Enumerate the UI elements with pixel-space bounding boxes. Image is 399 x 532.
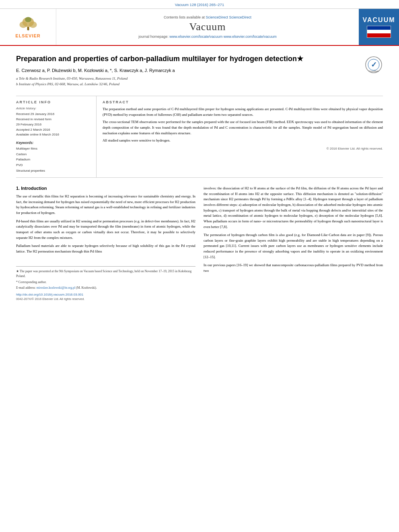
top-bar: Vacuum 128 (2016) 265–271 [0, 0, 399, 9]
abstract-text: The preparation method and some properti… [103, 107, 383, 144]
sciencedirect-link[interactable]: ScienceDirect [206, 15, 228, 19]
keywords-section: Keywords: Multilayer films Carbon Pallad… [16, 141, 90, 173]
article-body: Preparation and properties of carbon-pal… [0, 46, 399, 309]
svg-point-4 [25, 17, 31, 22]
abstract-heading: ABSTRACT [103, 100, 383, 104]
journal-title: Vacuum [189, 21, 226, 33]
right-paragraph-3: In our previous papers [16–19] we showed… [204, 263, 383, 273]
received-revised-date: 29 February 2016 [16, 122, 90, 127]
article-info-abstract-section: ARTICLE INFO Article history: Received 2… [16, 96, 383, 178]
intro-paragraph-3: Palladium based materials are able to se… [16, 243, 195, 254]
affiliations: a Tele & Radio Research Institute, 03-45… [16, 76, 359, 87]
abstract-section: ABSTRACT The preparation method and some… [97, 96, 383, 177]
svg-text:CrossMark: CrossMark [369, 70, 379, 72]
keyword-pvd: PVD [16, 162, 90, 168]
available-online: Available online 8 March 2016 [16, 132, 90, 138]
article-info-heading: ARTICLE INFO [16, 100, 90, 104]
sciencedirect-name: ScienceDirect [229, 15, 252, 19]
email-note: E-mail address: miroslaw.kozlowski@itr.o… [16, 286, 195, 290]
footnote-star: ★ The paper was presented at the 9th Sym… [16, 269, 195, 278]
intro-paragraph-2: Pd-based thin films are usually utilized… [16, 219, 195, 241]
journal-header: ⚕ ELSEVIER Contents lists available at S… [0, 9, 399, 46]
main-content: 1. Introduction The use of metallic thin… [16, 186, 383, 301]
email-person: (M. Kozłowski). [76, 286, 97, 290]
email-label: E-mail address: [16, 286, 36, 290]
keyword-structural: Structural properties [16, 168, 90, 174]
svg-text:✓: ✓ [371, 61, 377, 69]
right-paragraph-2: The permeation of hydrogen through carbo… [204, 232, 383, 260]
authors-text: E. Czerwosz a, P. Dłużewski b, M. Kozłow… [16, 68, 175, 73]
vacuum-logo-text: VACUUM [362, 16, 395, 24]
copyright-line: © 2016 Elsevier Ltd. All rights reserved… [103, 147, 383, 150]
section-title: 1. Introduction [16, 186, 195, 191]
contents-label: Contents lists available at [164, 15, 205, 19]
affiliation-a: a Tele & Radio Research Institute, 03-45… [16, 76, 359, 82]
history-label: Article history: [16, 107, 90, 110]
journal-reference: Vacuum 128 (2016) 265–271 [175, 2, 224, 7]
affiliation-b: b Institute of Physics PAS, 02-668, Wars… [16, 82, 359, 87]
vacuum-logo-box: VACUUM [359, 9, 399, 45]
crossmark-icon: ✓ CrossMark [365, 56, 383, 74]
article-title: Preparation and properties of carbon-pal… [16, 54, 359, 64]
issn-line: 0042-207X/© 2016 Elsevier Ltd. All right… [16, 297, 195, 301]
received-date: Received 29 January 2016 [16, 112, 90, 117]
elsevier-brand-text: ELSEVIER [15, 33, 40, 38]
homepage-label: journal homepage: [138, 35, 169, 39]
homepage-url[interactable]: www.elsevier.com/locate/vacuum [169, 35, 222, 39]
elsevier-tree-icon: ⚕ [16, 16, 40, 32]
flag-icon [367, 26, 391, 38]
keyword-palladium: Palladium [16, 157, 90, 162]
intro-paragraph-1: The use of metallic thin films for H2 se… [16, 194, 195, 216]
crossmark-badge: ✓ CrossMark [365, 56, 383, 75]
section-number: 1. [16, 186, 20, 191]
svg-point-1 [19, 21, 27, 28]
right-column: involves: the dissociation of H2 to H at… [204, 186, 383, 301]
accepted-date: Accepted 2 March 2016 [16, 127, 90, 133]
received-revised-label: Received in revised form [16, 117, 90, 122]
footer-notes: ★ The paper was presented at the 9th Sym… [16, 266, 195, 301]
section-title-text: Introduction [21, 186, 47, 191]
keyword-carbon: Carbon [16, 152, 90, 157]
doi-link[interactable]: http://dx.doi.org/10.1016/j.vacuum.2016.… [16, 293, 195, 296]
svg-point-2 [29, 21, 37, 28]
journal-center: Contents lists available at ScienceDirec… [56, 9, 359, 45]
left-column: 1. Introduction The use of metallic thin… [16, 186, 195, 301]
elsevier-logo: ⚕ ELSEVIER [0, 9, 56, 45]
abstract-paragraph-1: The preparation method and some properti… [103, 107, 383, 117]
email-address[interactable]: miroslaw.kozlowski@itr.org.pl [37, 286, 75, 290]
svg-text:⚕: ⚕ [28, 29, 29, 31]
footnote-corresponding: * Corresponding author. [16, 280, 195, 285]
right-paragraph-1: involves: the dissociation of H2 to H at… [204, 186, 383, 230]
article-info-panel: ARTICLE INFO Article history: Received 2… [16, 96, 97, 177]
authors-line: E. Czerwosz a, P. Dłużewski b, M. Kozłow… [16, 68, 359, 73]
homepage-line: journal homepage: www.elsevier.com/locat… [138, 35, 277, 39]
abstract-paragraph-3: All studied samples were sensitive to hy… [103, 138, 383, 144]
contents-available-line: Contents lists available at ScienceDirec… [164, 15, 251, 19]
article-title-text: Preparation and properties of carbon-pal… [16, 55, 303, 63]
abstract-paragraph-2: The cross-sectional TEM observations wer… [103, 119, 383, 136]
keywords-label: Keywords: [16, 141, 90, 145]
keyword-multilayer: Multilayer films [16, 146, 90, 152]
